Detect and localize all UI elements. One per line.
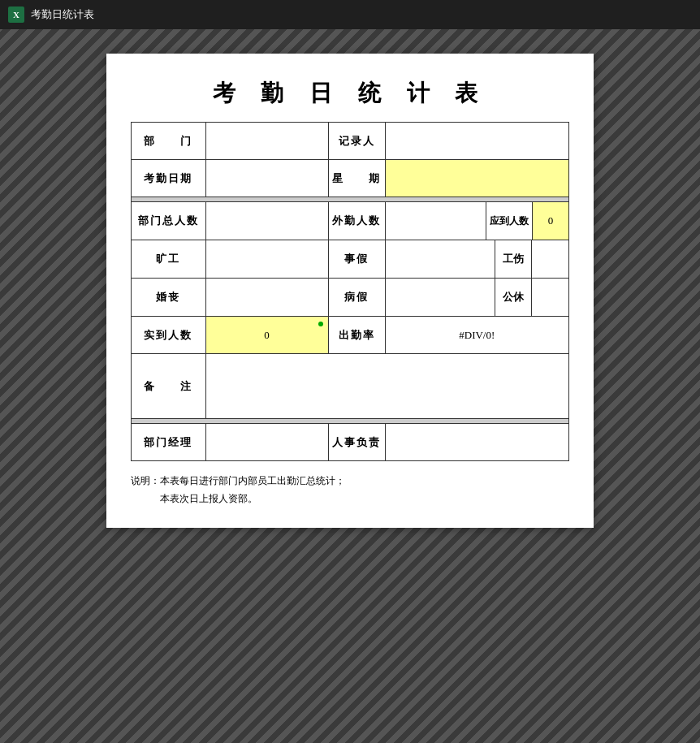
remarks-value	[205, 354, 568, 419]
date-label: 考勤日期	[132, 160, 206, 197]
department-value	[205, 123, 328, 160]
table-row: 部 门 记录人	[132, 123, 569, 160]
weekday-value	[385, 160, 568, 197]
wedding-label: 婚丧	[132, 279, 206, 317]
outwork-label: 外勤人数	[328, 202, 385, 240]
actual-value: 0	[205, 317, 328, 354]
app-icon: X	[8, 6, 24, 23]
weekday-label: 星 期	[328, 160, 385, 197]
remarks-label: 备 注	[132, 354, 206, 419]
title-bar: X 考勤日统计表	[0, 0, 700, 29]
manager-label: 部门经理	[132, 424, 206, 461]
date-value	[205, 160, 328, 197]
public-holiday-value	[532, 279, 568, 316]
table-row: 部门总人数 外勤人数 应到人数 0	[132, 202, 569, 240]
hr-value	[385, 424, 568, 461]
green-dot	[318, 322, 323, 326]
total-label: 部门总人数	[132, 202, 206, 240]
public-holiday-label: 公休	[495, 279, 532, 316]
total-value	[205, 202, 328, 240]
manager-value	[205, 424, 328, 461]
injury-value	[532, 240, 568, 278]
window-title: 考勤日统计表	[31, 7, 94, 22]
table-row: 部门经理 人事负责	[132, 424, 569, 461]
table-row: 实到人数 0 出勤率 #DIV/0!	[132, 317, 569, 354]
recorder-label: 记录人	[328, 123, 385, 160]
table-row: 旷工 事假 工伤	[132, 240, 569, 279]
attendance-rate-label: 出勤率	[328, 317, 385, 354]
recorder-value	[385, 123, 568, 160]
table-row: 考勤日期 星 期	[132, 160, 569, 197]
absent-label: 旷工	[132, 240, 206, 279]
document: 考 勤 日 统 计 表 部 门 记录人 考勤日期 星 期 部	[106, 54, 594, 528]
personal-leave-value	[386, 240, 495, 278]
actual-label: 实到人数	[132, 317, 206, 354]
table-row: 备 注	[132, 354, 569, 419]
department-label: 部 门	[132, 123, 206, 160]
table-row: 婚丧 病假 公休	[132, 279, 569, 317]
wedding-value	[205, 279, 328, 317]
note-line-1: 说明：本表每日进行部门内部员工出勤汇总统计；	[131, 473, 569, 490]
note-line-2: 本表次日上报人资部。	[131, 490, 569, 508]
notes-section: 说明：本表每日进行部门内部员工出勤汇总统计； 本表次日上报人资部。	[131, 473, 569, 508]
content-area: 考 勤 日 统 计 表 部 门 记录人 考勤日期 星 期 部	[0, 29, 700, 743]
outwork-value	[386, 202, 486, 240]
attendance-rate-value: #DIV/0!	[385, 317, 568, 354]
should-label: 应到人数	[486, 202, 533, 240]
document-title: 考 勤 日 统 计 表	[131, 78, 569, 109]
should-value: 0	[533, 202, 568, 240]
sick-leave-value	[386, 279, 495, 316]
attendance-table: 部 门 记录人 考勤日期 星 期 部门总人数 外勤人数	[131, 122, 569, 461]
sick-leave-label: 病假	[328, 279, 385, 317]
hr-label: 人事负责	[328, 424, 385, 461]
personal-leave-label: 事假	[328, 240, 385, 279]
absent-value	[205, 240, 328, 279]
injury-label: 工伤	[495, 240, 532, 278]
